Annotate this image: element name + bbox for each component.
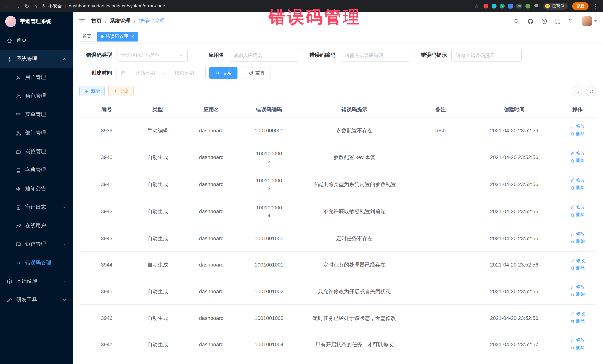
edit-link[interactable]: 修改 (570, 231, 585, 237)
sidebar-item-infra[interactable]: 基础设施 (0, 272, 73, 291)
emoji-face-icon (545, 3, 550, 9)
sidebar-item-audit-log[interactable]: 审计日志 (0, 198, 73, 217)
delete-link[interactable]: 删除 (570, 292, 585, 298)
cell-code: 1001000002 (241, 144, 297, 171)
delete-link[interactable]: 删除 (570, 318, 585, 325)
font-size-icon[interactable] (568, 18, 575, 24)
cell-code: 1001001001 (241, 252, 297, 278)
delete-link[interactable]: 删除 (570, 185, 585, 191)
tag-error-code[interactable]: 错误码管理✕ (97, 32, 138, 41)
sidebar-item-menu[interactable]: 菜单管理 (0, 105, 73, 124)
forward-icon[interactable]: → (14, 3, 20, 9)
sidebar-item-label: 短信管理 (25, 241, 46, 248)
delete-link[interactable]: 删除 (570, 238, 585, 245)
sidebar-item-system[interactable]: 系统管理 (0, 50, 73, 68)
app-name-input[interactable] (229, 49, 299, 62)
cell-type: 自动生成 (134, 278, 181, 305)
filter-row-2: 创建时间 开始日期 - 结束日期 搜索 (79, 67, 596, 79)
cell-code: 1001001004 (241, 331, 297, 358)
browser-menu-icon[interactable]: ⋮ (593, 3, 599, 9)
bookmark-star-icon[interactable]: ☆ (474, 3, 479, 9)
toggle-search-button[interactable] (572, 86, 582, 96)
sidebar-item-role[interactable]: 角色管理 (0, 87, 73, 105)
help-icon[interactable] (541, 18, 547, 24)
edit-link[interactable]: 修改 (570, 204, 585, 210)
extension-icon-v[interactable]: V (500, 3, 505, 8)
reload-icon[interactable]: ↻ (24, 3, 29, 9)
breadcrumb-home[interactable]: 首页 (91, 18, 102, 24)
export-button[interactable]: 导出 (108, 86, 134, 96)
delete-link[interactable]: 删除 (570, 344, 585, 351)
screen: ← → ↻ ⌂ ⚠ 不安全 | dashboard.yudao.iocoder.… (0, 0, 603, 364)
sidebar-item-notice[interactable]: 通知公告 (0, 179, 73, 198)
extension-icon-teal[interactable] (492, 3, 497, 8)
chevron-down-icon (62, 298, 67, 302)
cell-message: 不允许获取敏感配置到前端 (297, 198, 412, 225)
edit-link[interactable]: 修改 (570, 284, 585, 290)
error-hint-input[interactable] (451, 49, 522, 62)
search-icon[interactable] (514, 18, 520, 24)
column-header: 类型 (134, 102, 181, 117)
error-hint-label: 错误码提示 (421, 52, 447, 59)
breadcrumb-system[interactable]: 系统管理 (110, 18, 131, 24)
edit-link[interactable]: 修改 (570, 177, 585, 184)
sidebar-item-label: 错误码管理 (25, 259, 51, 266)
cell-remark (412, 358, 469, 364)
fullscreen-icon[interactable] (555, 18, 561, 24)
cell-message: 只允许修改为开启或者关闭状态 (297, 278, 412, 305)
delete-link[interactable]: 删除 (570, 265, 585, 272)
extension-icon-grid[interactable] (508, 3, 513, 8)
breadcrumb-current: 错误码管理 (139, 18, 165, 24)
sidebar-item-user[interactable]: 用户管理 (0, 68, 73, 87)
sidebar-item-sms[interactable]: 短信管理 (0, 235, 73, 254)
sidebar-item-error-code[interactable]: 错误码管理 (0, 254, 73, 272)
address-bar[interactable]: ⚠ 不安全 | dashboard.yudao.iocoder.cn/syste… (41, 3, 470, 9)
cell-time: 2021-04-20 23:52:57 (469, 331, 559, 358)
edit-link[interactable]: 修改 (570, 123, 585, 130)
profile-paused-badge[interactable]: 已暂停 (543, 2, 568, 10)
sidebar-item-label: 基础设施 (16, 278, 37, 285)
extension-icon-red[interactable] (484, 3, 488, 8)
table-row: 3947自动生成dashboard1001001004只有开启状态的任务，才可以… (79, 331, 596, 358)
delete-link[interactable]: 删除 (570, 212, 585, 218)
extension-icon-green[interactable] (525, 3, 530, 8)
cell-message: CRON 表达式不正确 (297, 358, 412, 364)
user-avatar-menu[interactable] (582, 16, 597, 26)
tag-home[interactable]: 首页 (79, 32, 95, 41)
edit-link[interactable]: 修改 (570, 337, 585, 344)
add-button[interactable]: 新增 (79, 86, 105, 96)
sidebar-item-online-user[interactable]: 在线用户 (0, 217, 73, 235)
extensions-puzzle-icon[interactable] (533, 3, 539, 9)
cell-id: 3940 (79, 144, 134, 171)
edit-link[interactable]: 修改 (570, 150, 585, 156)
github-icon[interactable] (527, 18, 533, 24)
trash-icon (570, 186, 575, 190)
delete-link[interactable]: 删除 (570, 157, 585, 164)
sidebar-item-home[interactable]: 首页 (0, 31, 73, 50)
back-icon[interactable]: ← (4, 3, 10, 9)
close-icon[interactable]: ✕ (131, 34, 134, 39)
hamburger-icon[interactable] (79, 18, 85, 24)
sidebar-menu: 首页系统管理用户管理角色管理菜单管理部门管理岗位管理字典管理通知公告审计日志在线… (0, 31, 73, 309)
edit-link[interactable]: 修改 (570, 310, 585, 317)
browser-home-icon[interactable]: ⌂ (34, 3, 37, 9)
sidebar-item-post[interactable]: 岗位管理 (0, 142, 73, 161)
cell-remark: ceshi (412, 117, 469, 144)
date-range-picker[interactable]: 开始日期 - 结束日期 (116, 67, 206, 79)
search-button[interactable]: 搜索 (209, 67, 237, 79)
error-code-input[interactable] (340, 49, 410, 62)
edit-link[interactable]: 修改 (570, 257, 585, 264)
error-type-placeholder: 请选择错误码类型 (121, 52, 160, 59)
reset-button[interactable]: 重置 (243, 67, 271, 79)
delete-link[interactable]: 删除 (570, 131, 585, 137)
error-type-select[interactable]: 请选择错误码类型 (116, 49, 188, 62)
chevron-up-icon (62, 57, 67, 61)
extension-icon-on[interactable]: on (516, 3, 522, 8)
sidebar-item-dept[interactable]: 部门管理 (0, 124, 73, 142)
refresh-table-button[interactable] (586, 86, 596, 96)
browser-update-button[interactable]: 更新 (572, 2, 589, 10)
sidebar-item-dev-tools[interactable]: 研发工具 (0, 291, 73, 309)
column-header: 错误码编码 (241, 102, 297, 117)
app-logo-row[interactable]: 芋道管理系统 (0, 12, 73, 31)
sidebar-item-dict[interactable]: 字典管理 (0, 161, 73, 179)
